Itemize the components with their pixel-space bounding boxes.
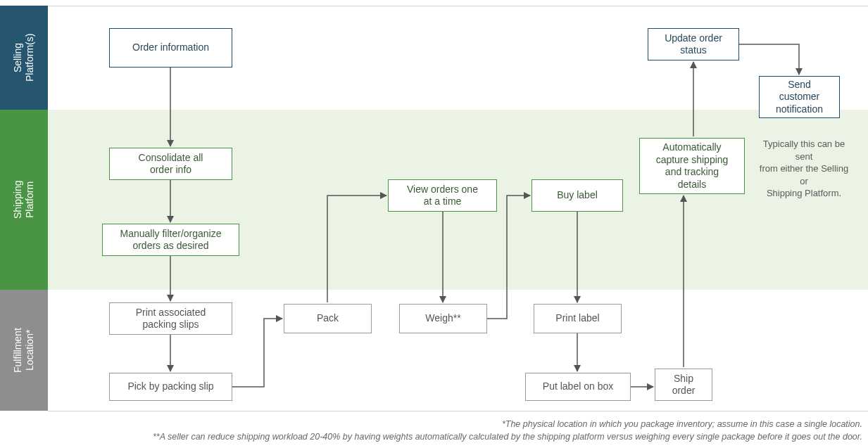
box-view-orders: View orders one at a time (388, 179, 497, 212)
box-ship: Ship order (655, 369, 712, 401)
box-pack: Pack (284, 304, 372, 333)
top-rule (48, 6, 868, 6)
box-put-label: Put label on box (525, 373, 631, 401)
lane-label-fulfillment: Fulfillment Location* (0, 290, 48, 411)
box-buy-label: Buy label (532, 179, 623, 212)
bottom-rule (48, 411, 868, 411)
box-send-notification: Send customer notification (759, 76, 840, 118)
note-send-notification: Typically this can be sent from either t… (755, 138, 853, 200)
box-pick: Pick by packing slip (109, 373, 232, 401)
box-print-label: Print label (534, 304, 622, 333)
box-order-info: Order information (109, 28, 232, 68)
flow-diagram: Selling Platform(s) Shipping Platform Fu… (0, 0, 868, 448)
box-update-status: Update order status (648, 28, 739, 60)
lane-label-shipping: Shipping Platform (0, 110, 48, 290)
footnote-b: **A seller can reduce shipping workload … (4, 432, 862, 442)
box-filter: Manually filter/organize orders as desir… (102, 224, 239, 256)
box-weigh: Weigh** (399, 304, 487, 333)
lane-label-selling: Selling Platform(s) (0, 6, 48, 110)
box-consolidate: Consolidate all order info (109, 148, 232, 180)
box-print-slips: Print associated packing slips (109, 302, 232, 335)
box-capture: Automatically capture shipping and track… (639, 138, 745, 194)
footnote-a: *The physical location in which you pack… (4, 419, 862, 429)
